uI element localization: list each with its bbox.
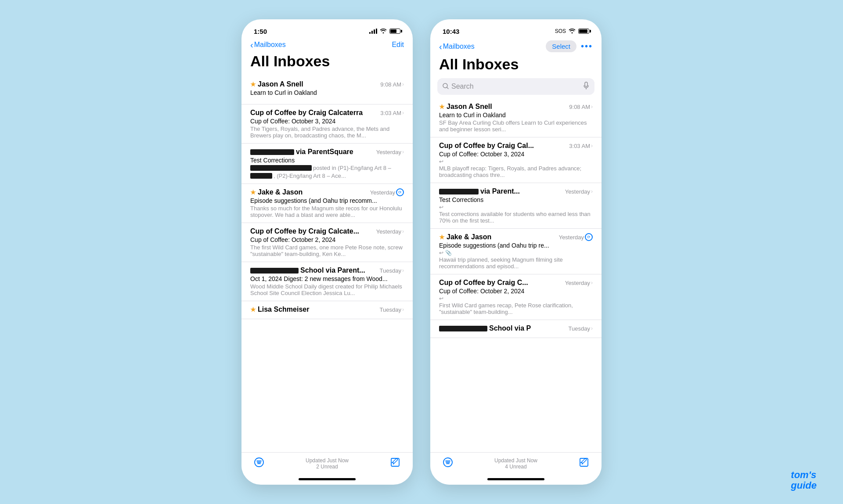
filter-icon[interactable]	[254, 457, 264, 470]
star-icon: ★	[439, 234, 445, 241]
thread-icon: ↩	[439, 204, 443, 210]
email-indicators: ↩ 📎	[439, 250, 593, 256]
email-item-1[interactable]: ★ Jason A Snell 9:08 AM › Learn to Curl …	[241, 73, 413, 104]
email-time: Tuesday ›	[569, 325, 593, 332]
more-options-button[interactable]: •••	[581, 41, 593, 51]
email-time: 3:03 AM ›	[380, 110, 404, 116]
email-indicators: ↩	[439, 204, 593, 210]
status-bar-1: 1:50	[241, 19, 413, 39]
bottom-bar-2: Updated Just Now 4 Unread	[430, 452, 602, 475]
mic-icon[interactable]	[583, 82, 589, 91]
edit-button-1[interactable]: Edit	[392, 41, 404, 49]
wifi-icon	[380, 28, 387, 35]
redacted-block	[439, 189, 479, 194]
redacted-block	[250, 268, 299, 274]
email-subject: Learn to Curl in Oakland	[439, 112, 593, 119]
status-bar-2: 10:43 SOS	[430, 19, 602, 39]
email-item-5[interactable]: Cup of Coffee by Craig Calcate... Yester…	[241, 223, 413, 262]
back-button-2[interactable]: ‹ Mailboxes	[439, 42, 475, 51]
battery-icon	[389, 29, 400, 34]
email-subject: Cup of Coffee: October 3, 2024	[250, 118, 404, 125]
redacted-block	[250, 173, 272, 179]
email-subject: Episode suggestions (and Oahu trip recom…	[250, 197, 404, 204]
email-item-p2-5[interactable]: Cup of Coffee by Craig C... Yesterday › …	[430, 274, 602, 320]
email-time: Yesterday ›	[376, 228, 404, 235]
email-indicators: ↩	[439, 158, 593, 165]
email-time: 9:08 AM ›	[380, 81, 404, 88]
email-item-4[interactable]: ★ Jake & Jason Yesterday ⟳ Episode sugge…	[241, 184, 413, 223]
nav-bar-1: ‹ Mailboxes Edit	[241, 39, 413, 53]
home-indicator	[299, 478, 356, 480]
email-sender: Cup of Coffee by Craig Cal...	[439, 142, 534, 150]
chevron-icon: ›	[591, 188, 593, 194]
status-time-1: 1:50	[254, 28, 267, 35]
email-item-2[interactable]: Cup of Coffee by Craig Calcaterra 3:03 A…	[241, 104, 413, 144]
redacted-block	[250, 149, 294, 155]
search-input[interactable]: Search	[451, 83, 580, 90]
star-icon: ★	[439, 103, 445, 110]
status-icons-1	[369, 28, 400, 35]
toms-guide-logo: tom's guide	[791, 470, 817, 491]
email-item-6[interactable]: School via Parent... Tuesday › Oct 1, 20…	[241, 262, 413, 301]
attachment-icon: 📎	[445, 250, 452, 256]
email-subject: Episode suggestions (and Oahu trip re...	[439, 242, 593, 249]
page-title-1: All Inboxes	[241, 53, 413, 73]
compose-icon[interactable]	[390, 457, 400, 470]
email-preview: The Tigers, Royals, and Padres advance, …	[250, 126, 404, 139]
compose-icon-2[interactable]	[579, 457, 589, 470]
email-item-p2-4[interactable]: ★ Jake & Jason Yesterday ⟳ Episode sugge…	[430, 229, 602, 274]
email-indicators: ↩	[439, 295, 593, 302]
email-preview: The first Wild Card games, one more Pete…	[250, 244, 404, 257]
email-sender: ★ Jason A Snell	[439, 103, 492, 111]
email-sender: School via P	[439, 324, 531, 332]
update-status: Updated Just Now 2 Unread	[306, 457, 349, 470]
email-preview: SF Bay Area Curling Club offers Learn to…	[439, 119, 593, 133]
email-item-p2-2[interactable]: Cup of Coffee by Craig Cal... 3:03 AM › …	[430, 137, 602, 183]
search-bar[interactable]: Search	[437, 78, 594, 95]
redacted-block	[439, 326, 487, 331]
email-time: Yesterday ⟳	[370, 188, 404, 196]
back-arrow-icon-2: ‹	[439, 42, 442, 51]
svg-line-6	[447, 87, 448, 89]
wifi-icon-2	[569, 28, 576, 35]
email-preview: posted in (P1)-Eng/lang Art 8 – , (P2)-E…	[250, 165, 404, 179]
chevron-icon: ›	[402, 81, 404, 87]
nav-bar-2: ‹ Mailboxes Select •••	[430, 39, 602, 56]
email-sender: ★ Jason A Snell	[250, 80, 303, 88]
chevron-icon: ›	[402, 149, 404, 155]
svg-rect-7	[585, 82, 587, 86]
email-item-3[interactable]: via ParentSquare Yesterday › Test Correc…	[241, 144, 413, 184]
email-item-p2-1[interactable]: ★ Jason A Snell 9:08 AM › Learn to Curl …	[430, 98, 602, 137]
select-button[interactable]: Select	[546, 40, 576, 52]
email-preview: Hawaii trip planned, seeking Magnum film…	[439, 256, 593, 270]
email-subject: Test Corrections	[439, 196, 593, 203]
chevron-icon: ›	[402, 110, 404, 116]
email-sender: ★ Jake & Jason	[250, 188, 303, 196]
email-item-p2-6[interactable]: School via P Tuesday ›	[430, 320, 602, 338]
back-button-1[interactable]: ‹ Mailboxes	[250, 40, 286, 49]
email-subject: Oct 1, 2024 Digest: 2 new messages from …	[250, 275, 404, 282]
email-sender: School via Parent...	[250, 266, 365, 274]
email-sender: Cup of Coffee by Craig Calcaterra	[250, 109, 363, 117]
email-sender: Cup of Coffee by Craig Calcate...	[250, 227, 359, 235]
email-subject: Learn to Curl in Oakland	[250, 89, 404, 96]
email-list-1: ★ Jason A Snell 9:08 AM › Learn to Curl …	[241, 73, 413, 452]
filter-icon-2[interactable]	[443, 457, 453, 470]
email-item-7[interactable]: ★ Lisa Schmeiser Tuesday ›	[241, 301, 413, 319]
email-item-p2-3[interactable]: via Parent... Yesterday › Test Correctio…	[430, 183, 602, 229]
thread-icon: ↩	[439, 295, 443, 302]
update-status-2: Updated Just Now 4 Unread	[494, 457, 537, 470]
email-list-2: ★ Jason A Snell 9:08 AM › Learn to Curl …	[430, 98, 602, 452]
email-subject: Cup of Coffee: October 2, 2024	[250, 236, 404, 243]
email-time: 3:03 AM ›	[569, 143, 593, 149]
email-time: 9:08 AM ›	[569, 104, 593, 110]
email-preview: First Wild Card games recap, Pete Rose c…	[439, 302, 593, 315]
email-sender: via ParentSquare	[250, 148, 353, 156]
page-title-2: All Inboxes	[430, 56, 602, 76]
email-time: Yesterday ›	[565, 280, 593, 286]
chevron-icon: ›	[402, 228, 404, 234]
chevron-icon: ›	[591, 325, 593, 331]
back-arrow-icon: ‹	[250, 40, 253, 49]
battery-icon-2	[578, 29, 589, 34]
chevron-icon: ›	[402, 267, 404, 274]
